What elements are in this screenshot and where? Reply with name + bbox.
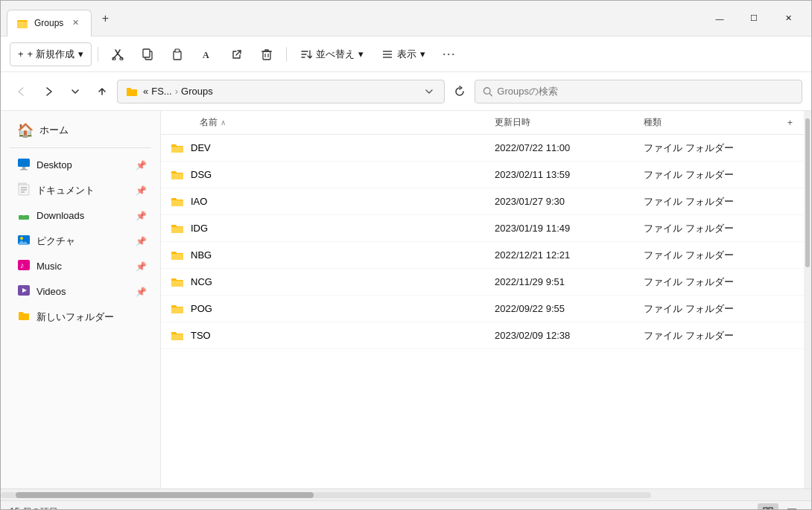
col-header-plus[interactable]: + <box>781 115 804 131</box>
sidebar-item-new-folder[interactable]: 新しいフォルダー <box>5 305 156 329</box>
up-button[interactable] <box>90 81 114 102</box>
sidebar-new-folder-label: 新しいフォルダー <box>37 310 147 324</box>
address-bar-row: « FS... › Groups <box>1 72 811 111</box>
col-header-name[interactable]: 名前 ∧ <box>161 113 489 132</box>
toolbar: + + 新規作成 ▾ A 並べ替え ▾ 表示 ▾ ··· <box>1 36 811 72</box>
copy-icon <box>142 48 153 60</box>
cut-button[interactable] <box>104 42 131 66</box>
folder-icon <box>170 302 185 316</box>
file-row-date: 2022/07/22 11:00 <box>489 142 638 153</box>
tab-close-button[interactable]: ✕ <box>69 16 82 29</box>
table-row[interactable]: IDG 2023/01/19 11:49 ファイル フォルダー <box>161 215 804 242</box>
back-button[interactable] <box>10 81 34 102</box>
share-icon <box>231 48 243 60</box>
file-row-name: DSG <box>161 168 489 182</box>
title-bar: Groups ✕ + — ☐ ✕ <box>1 1 811 36</box>
new-tab-button[interactable]: + <box>95 8 115 29</box>
back-icon <box>16 86 28 98</box>
horizontal-scrollbar-track[interactable] <box>1 492 651 498</box>
svg-rect-6 <box>174 51 181 60</box>
svg-rect-7 <box>175 49 180 52</box>
file-row-name: NCG <box>161 275 489 290</box>
sidebar-pictures-label: ピクチャ <box>37 235 130 248</box>
svg-rect-18 <box>18 159 30 167</box>
sort-label: 並べ替え <box>316 48 355 61</box>
table-row[interactable]: TSO 2023/02/09 12:38 ファイル フォルダー <box>161 322 804 349</box>
table-row[interactable]: NCG 2022/11/29 9:51 ファイル フォルダー <box>161 269 804 296</box>
col-date-label: 更新日時 <box>495 116 530 129</box>
rename-button[interactable]: A <box>194 42 221 66</box>
paste-icon <box>171 48 183 60</box>
breadcrumb-current[interactable]: Groups <box>181 86 213 97</box>
file-row-date: 2023/02/09 12:38 <box>489 330 638 341</box>
vertical-scrollbar[interactable] <box>804 111 811 488</box>
file-rows: DEV 2022/07/22 11:00 ファイル フォルダー DSG 2023… <box>161 135 804 488</box>
close-button[interactable]: ✕ <box>771 7 805 31</box>
copy-button[interactable] <box>134 42 161 66</box>
forward-button[interactable] <box>37 81 60 102</box>
address-box[interactable]: « FS... › Groups <box>117 80 445 103</box>
sort-button[interactable]: 並べ替え ▾ <box>293 42 371 66</box>
dropdown-button[interactable] <box>63 81 87 102</box>
address-folder-icon <box>125 85 139 98</box>
sidebar-item-downloads[interactable]: Downloads 📌 <box>5 203 156 228</box>
list-view-button[interactable] <box>781 503 802 511</box>
new-item-label: + 新規作成 <box>28 48 74 61</box>
breadcrumb: « FS... › Groups <box>143 86 213 97</box>
file-list-header: 名前 ∧ 更新日時 種類 + <box>161 111 804 135</box>
table-row[interactable]: DSG 2023/02/11 13:59 ファイル フォルダー <box>161 162 804 188</box>
delete-button[interactable] <box>253 42 280 66</box>
folder-icon <box>170 248 185 263</box>
tab-groups[interactable]: Groups ✕ <box>7 10 92 36</box>
sidebar-videos-label: Videos <box>37 286 130 297</box>
maximize-button[interactable]: ☐ <box>737 7 771 31</box>
music-icon: ♪ <box>17 258 31 274</box>
file-row-date: 2022/09/22 9:55 <box>489 303 638 314</box>
address-expand-button[interactable] <box>422 86 437 98</box>
col-type-label: 種類 <box>644 116 662 129</box>
sidebar-item-desktop[interactable]: Desktop 📌 <box>5 153 156 177</box>
table-row[interactable]: DEV 2022/07/22 11:00 ファイル フォルダー <box>161 135 804 162</box>
grid-view-button[interactable] <box>758 503 778 511</box>
sidebar-item-home[interactable]: 🏠 ホーム <box>5 118 156 143</box>
horizontal-scrollbar-thumb[interactable] <box>16 492 314 498</box>
minimize-button[interactable]: — <box>702 7 737 31</box>
sidebar-home-label: ホーム <box>39 124 147 137</box>
downloads-icon <box>17 208 31 223</box>
search-icon <box>483 86 492 97</box>
file-row-name: IDG <box>161 221 489 236</box>
more-button[interactable]: ··· <box>436 42 463 66</box>
search-box[interactable] <box>475 80 802 103</box>
sidebar-item-pictures[interactable]: ピクチャ 📌 <box>5 229 156 253</box>
col-header-type[interactable]: 種類 <box>638 113 781 132</box>
home-icon: 🏠 <box>17 122 34 138</box>
sidebar-item-documents[interactable]: ドキュメント 📌 <box>5 178 156 203</box>
sidebar-videos-pin: 📌 <box>136 287 147 297</box>
view-button[interactable]: 表示 ▾ <box>374 42 433 66</box>
tab-title: Groups <box>34 18 63 28</box>
folder-icon <box>170 194 185 209</box>
new-item-chevron-icon: ▾ <box>78 48 83 60</box>
new-item-button[interactable]: + + 新規作成 ▾ <box>10 42 92 66</box>
col-header-date[interactable]: 更新日時 <box>489 113 638 132</box>
desktop-icon <box>17 157 31 173</box>
table-row[interactable]: IAO 2023/01/27 9:30 ファイル フォルダー <box>161 188 804 215</box>
table-row[interactable]: POG 2022/09/22 9:55 ファイル フォルダー <box>161 296 804 322</box>
sidebar-downloads-pin: 📌 <box>136 211 147 221</box>
svg-rect-34 <box>769 508 773 511</box>
toolbar-divider-2 <box>286 47 287 62</box>
sidebar-music-label: Music <box>37 261 130 272</box>
view-chevron-icon: ▾ <box>420 48 425 60</box>
horizontal-scrollbar-row <box>1 488 811 500</box>
share-button[interactable] <box>223 42 250 66</box>
file-row-name: IAO <box>161 194 489 209</box>
paste-button[interactable] <box>164 42 191 66</box>
breadcrumb-short[interactable]: FS... <box>151 86 171 97</box>
sidebar-item-music[interactable]: ♪ Music 📌 <box>5 254 156 278</box>
refresh-button[interactable] <box>448 81 472 102</box>
sidebar-item-videos[interactable]: Videos 📌 <box>5 279 156 304</box>
table-row[interactable]: NBG 2022/12/21 12:21 ファイル フォルダー <box>161 242 804 269</box>
scrollbar-thumb[interactable] <box>805 118 810 267</box>
svg-rect-9 <box>263 51 270 60</box>
search-input[interactable] <box>497 86 794 97</box>
